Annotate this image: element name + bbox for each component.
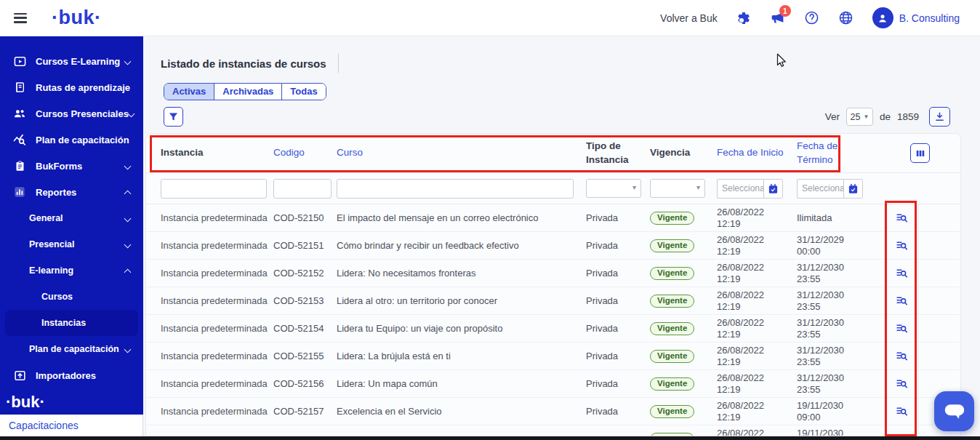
tipo-filter-select[interactable] (586, 179, 641, 198)
buk-logo: ·buk· (52, 7, 101, 29)
view-instance-icon[interactable] (896, 350, 908, 362)
clipboard-icon (13, 159, 26, 172)
view-instance-icon[interactable] (896, 377, 908, 390)
cell-curso: Excelencia en el Servicio (337, 406, 586, 417)
sidebar-item[interactable]: Cursos Presenciales (0, 100, 143, 127)
tab[interactable]: Archivadas (214, 84, 281, 100)
view-instance-icon[interactable] (896, 212, 908, 224)
column-header[interactable]: Codigo (273, 146, 337, 160)
view-instance-icon[interactable] (896, 239, 908, 252)
view-instance-icon[interactable] (896, 405, 908, 417)
instancia-filter-input[interactable] (161, 179, 267, 199)
cell-instancia: Instancia predeterminada (161, 240, 273, 251)
tab[interactable]: Activas (164, 84, 214, 100)
fecha-termino-input[interactable] (797, 179, 843, 199)
sidebar-item-label: Rutas de aprendizaje (36, 82, 130, 93)
sidebar-item-label: BukForms (36, 161, 82, 172)
sidebar-item-label: Importadores (36, 370, 96, 381)
language-globe-icon[interactable] (838, 10, 854, 25)
columns-icon (915, 148, 925, 159)
user-menu[interactable]: B. Consulting (872, 7, 960, 28)
calendar-icon[interactable] (763, 179, 783, 199)
cell-codigo: COD-52154 (273, 323, 337, 334)
table-row[interactable]: Instancia predeterminada COD-52158 OneDr… (146, 425, 960, 436)
view-instance-icon[interactable] (896, 267, 908, 279)
people-icon (13, 107, 26, 120)
table-row[interactable]: Instancia predeterminada COD-52152 Lider… (146, 260, 960, 287)
column-header[interactable]: Fecha de Término (797, 140, 884, 167)
chevron-icon (124, 268, 132, 276)
sidebar-item[interactable]: Instancias (5, 310, 138, 336)
cell-curso: Lidera: No necesitamos fronteras (337, 268, 586, 279)
sidebar-item[interactable]: BukForms (0, 153, 143, 179)
sidebar-item[interactable]: Reportes (0, 179, 143, 205)
status-badge: Vigente (650, 267, 694, 280)
user-name: B. Consulting (899, 12, 960, 24)
table-header-row: Instancia Codigo Curso Tipo de Instancia… (146, 134, 960, 173)
table-row[interactable]: Instancia predeterminada COD-52153 Lider… (146, 287, 960, 315)
settings-gear-icon[interactable] (736, 11, 751, 25)
top-bar: ·buk· Volver a Buk 1 B. Consulting (0, 0, 980, 36)
cell-codigo: COD-52155 (273, 351, 337, 361)
back-to-buk-link[interactable]: Volver a Buk (660, 12, 718, 24)
chat-widget-button[interactable] (934, 391, 974, 431)
columns-button[interactable] (910, 143, 930, 163)
column-header[interactable]: Fecha de Inicio (717, 146, 797, 160)
table-row[interactable]: Instancia predeterminada COD-52154 Lider… (146, 315, 960, 343)
table-row[interactable]: Instancia predeterminada COD-52157 Excel… (146, 398, 960, 425)
cell-codigo: COD-52151 (273, 240, 337, 251)
column-header[interactable]: Instancia (161, 146, 273, 160)
sidebar-item[interactable]: Rutas de aprendizaje (0, 74, 143, 100)
cell-fecha-termino: 31/12/2030 23:55 (797, 345, 884, 367)
cell-curso: El impacto del mensaje en un correo elec… (337, 212, 586, 223)
view-instance-icon[interactable] (896, 295, 908, 307)
sidebar-item[interactable]: E-learning (0, 257, 143, 284)
page-size-select[interactable]: 25▼ (846, 108, 873, 126)
table-row[interactable]: Instancia predeterminada COD-52156 Lider… (146, 370, 960, 398)
table-row[interactable]: Instancia predeterminada COD-52155 Lider… (146, 343, 960, 370)
de-label: de (880, 111, 891, 122)
sidebar-item[interactable]: Cursos E-Learning (0, 48, 143, 74)
cell-vigencia: Vigente (650, 267, 717, 280)
fecha-termino-filter (797, 179, 884, 199)
download-button[interactable] (929, 107, 950, 127)
cell-fecha-inicio: 26/08/2022 12:19 (717, 262, 797, 284)
status-badge: Vigente (650, 322, 694, 335)
chevron-icon (124, 57, 132, 65)
chevron-icon (124, 162, 132, 169)
hamburger-menu-icon[interactable] (14, 13, 27, 23)
sidebar-item[interactable]: Importadores (0, 362, 143, 388)
sidebar-item[interactable]: Plan de capacitación (0, 336, 143, 362)
sidebar-item[interactable]: Plan de capacitación (0, 127, 143, 153)
cell-instancia: Instancia predeterminada (161, 378, 273, 389)
cell-fecha-inicio: 26/08/2022 12:19 (717, 345, 797, 367)
filter-button[interactable] (164, 107, 183, 127)
column-header[interactable]: Curso (337, 146, 586, 160)
codigo-filter-input[interactable] (273, 179, 332, 199)
curso-filter-input[interactable] (337, 179, 574, 199)
cell-tipo: Privada (586, 351, 650, 361)
view-instance-icon[interactable] (896, 322, 908, 335)
notifications-megaphone-icon[interactable]: 1 (770, 10, 785, 25)
vigencia-filter-select[interactable] (650, 179, 705, 198)
table-row[interactable]: Instancia predeterminada COD-52151 Cómo … (146, 232, 960, 260)
sidebar-item[interactable]: Presencial (0, 231, 143, 257)
calendar-icon[interactable] (843, 179, 863, 199)
sidebar-item-label: Cursos E-Learning (36, 56, 120, 67)
column-header[interactable]: Tipo de Instancia (586, 140, 650, 167)
topbar-actions: Volver a Buk 1 B. Consulting (660, 7, 980, 28)
sidebar-item[interactable]: Cursos (0, 284, 143, 310)
sidebar-item-label: E-learning (29, 265, 73, 276)
import-icon (13, 369, 26, 382)
sidebar-item[interactable]: General (0, 205, 143, 231)
cell-curso: Cómo brindar y recibir un feedback efect… (337, 240, 586, 251)
help-icon[interactable] (804, 10, 819, 25)
cell-fecha-inicio: 26/08/2022 12:19 (717, 234, 797, 257)
column-header[interactable]: Vigencia (650, 146, 717, 160)
tab[interactable]: Todas (281, 84, 325, 100)
table-row[interactable]: Instancia predeterminada COD-52150 El im… (146, 204, 960, 232)
status-badge: Vigente (650, 239, 694, 252)
cell-curso: Lidera: La brújula está en ti (337, 351, 586, 361)
fecha-inicio-input[interactable] (717, 179, 763, 199)
cell-tipo: Privada (586, 240, 650, 251)
